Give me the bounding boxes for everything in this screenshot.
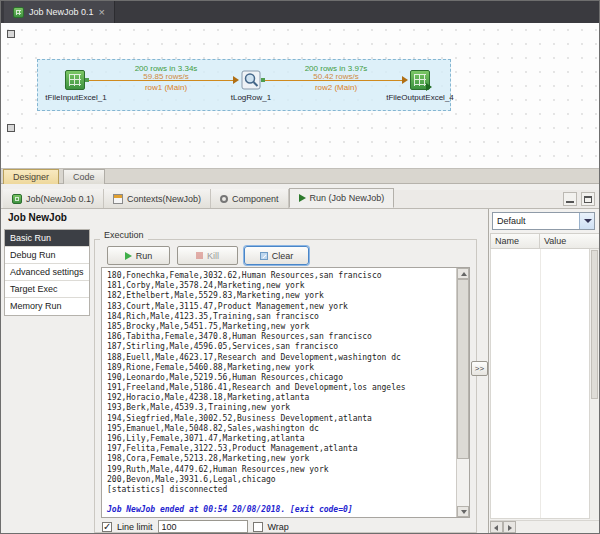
line-limit-label: Line limit [117,522,153,532]
scroll-left-icon[interactable] [490,521,503,533]
expand-panel-button[interactable]: >> [471,361,488,376]
console-line: 190,Leonardo,Male,5219.56,Human Resource… [107,373,453,383]
component-label[interactable]: tLogRow_1 [206,93,296,102]
context-table-header: Name Value [490,233,600,249]
tfileinputexcel-icon[interactable] [65,70,85,90]
run-button[interactable]: Run [107,246,170,265]
console-scrollbar[interactable] [456,268,469,517]
job-icon [12,194,22,204]
line-limit-checkbox[interactable] [102,522,112,532]
console-line: [statistics] disconnected [107,485,453,495]
context-panel: Default Name Value [488,209,600,534]
close-icon[interactable]: × [99,7,105,17]
console-line: 192,Horacio,Male,4238.18,Marketing,atlan… [107,393,453,403]
connection-row1-label: row1 (Main) [106,83,226,92]
clear-icon [260,252,268,260]
sidebar-item-advanced-settings[interactable]: Advanced settings [5,264,89,281]
tab-label: Job(NewJob 0.1) [26,194,94,204]
console-line: 193,Berk,Male,4539.3,Training,new york [107,403,453,413]
scroll-right-icon[interactable] [503,521,516,533]
console-text: 180,Fonechka,Female,3032.62,Human Resour… [107,271,453,516]
scrollbar-thumb[interactable] [457,279,469,459]
console-line: 188,Euell,Male,4623.17,Research and Deve… [107,353,453,363]
sidebar-item-basic-run[interactable]: Basic Run [5,230,89,247]
view-tab-bar: Designer Code [1,169,599,184]
sidebar-item-target-exec[interactable]: Target Exec [5,281,89,298]
editor-tab-job[interactable]: Job NewJob 0.1 × [4,1,115,23]
job-ended-message: Job NewJob ended at 00:54 20/08/2018. [e… [107,505,453,515]
connection-endpoint-icon [261,78,265,82]
chevron-down-icon[interactable] [579,213,594,229]
maximize-button[interactable] [581,192,595,206]
component-icon [220,195,228,203]
tab-label: Run (Job NewJob) [310,193,385,203]
run-button-label: Run [136,251,153,261]
tfileoutputexcel-icon[interactable] [410,70,430,90]
console-options-bar: Line limit Wrap [102,519,289,534]
console-line: 199,Ruth,Male,4479.62,Human Resources,ne… [107,465,453,475]
column-header-value[interactable]: Value [540,233,600,249]
console-line: 198,Cora,Female,5213.28,Marketing,new yo… [107,454,453,464]
component-label[interactable]: tFileOutputExcel_4 [375,93,465,102]
connection-arrow-icon [233,76,239,84]
output-arrow-icon [426,83,432,91]
console-line: 182,Ethelbert,Male,5529.83,Marketing,new… [107,291,453,301]
contexts-icon [113,194,123,204]
sidebar-item-memory-run[interactable]: Memory Run [5,298,89,315]
page-title: Job NewJob [8,212,67,223]
run-sidebar: Basic Run Debug Run Advanced settings Ta… [4,229,90,316]
line-limit-input[interactable] [158,520,248,533]
play-icon [125,252,132,260]
tab-code[interactable]: Code [63,169,105,184]
context-table-body[interactable] [490,249,600,519]
clear-button-label: Clear [272,251,294,261]
connection-arrow-icon [402,76,408,84]
canvas-marker-icon [7,124,15,132]
tab-job[interactable]: Job(NewJob 0.1) [3,189,104,208]
tlogrow-icon[interactable] [241,70,261,90]
console-line: 195,Emanuel,Male,5048.82,Sales,washingto… [107,424,453,434]
context-horizontal-scrollbar[interactable] [490,520,599,533]
tab-designer[interactable]: Designer [3,169,59,184]
talend-window: Job NewJob 0.1 × 200 rows in 3.34s 59.85… [0,0,600,534]
console-line: 200,Bevon,Male,3931.6,Legal,chicago [107,475,453,485]
console-line: 180,Fonechka,Female,3032.62,Human Resour… [107,271,453,281]
column-header-name[interactable]: Name [490,233,540,249]
clear-button[interactable]: Clear [244,246,309,265]
tab-contexts[interactable]: Contexts(NewJob) [104,189,211,208]
editor-tab-bar: Job NewJob 0.1 × [1,1,599,23]
console-line: 183,Court,Male,3115.47,Product Managemen… [107,302,453,312]
job-icon [13,7,24,18]
tab-component[interactable]: Component [211,189,289,208]
component-label[interactable]: tFileInputExcel_1 [31,93,121,102]
context-dropdown-value: Default [497,216,526,226]
console-line: 185,Brocky,Male,5451.75,Marketing,new yo… [107,322,453,332]
execution-label: Execution [100,230,148,240]
wrap-checkbox[interactable] [253,522,263,532]
kill-button-label: Kill [207,251,219,261]
console-line: 191,Freeland,Male,5186.41,Research and D… [107,383,453,393]
tab-run[interactable]: Run (Job NewJob) [289,188,395,208]
console-output[interactable]: 180,Fonechka,Female,3032.62,Human Resour… [101,267,470,518]
scrollbar-thumb[interactable] [591,250,598,399]
scroll-up-icon[interactable] [457,268,469,279]
scroll-down-icon[interactable] [457,506,469,517]
connection-row1-rate: 59.85 rows/s [106,72,226,81]
console-line: 189,Rione,Female,5460.88,Marketing,new y… [107,363,453,373]
panel-tab-bar: Job(NewJob 0.1) Contexts(NewJob) Compone… [1,190,599,209]
design-canvas[interactable]: 200 rows in 3.34s 59.85 rows/s row1 (Mai… [1,23,599,169]
tab-label: Contexts(NewJob) [127,194,201,204]
context-dropdown[interactable]: Default [492,212,595,230]
magnifier-icon [241,70,261,90]
console-line: 181,Corby,Male,3578.24,Marketing,new yor… [107,281,453,291]
tab-label: Component [232,194,279,204]
console-line: 186,Tabitha,Female,3470.8,Human Resource… [107,332,453,342]
sidebar-item-debug-run[interactable]: Debug Run [5,247,89,264]
context-vertical-scrollbar[interactable] [589,249,599,519]
console-line: 184,Rich,Male,4123.35,Training,san franc… [107,312,453,322]
kill-button[interactable]: Kill [177,246,238,265]
editor-tab-label: Job NewJob 0.1 [29,7,94,17]
minimize-button[interactable] [563,192,577,206]
console-blank-line [107,495,453,505]
canvas-marker-icon [7,30,15,38]
